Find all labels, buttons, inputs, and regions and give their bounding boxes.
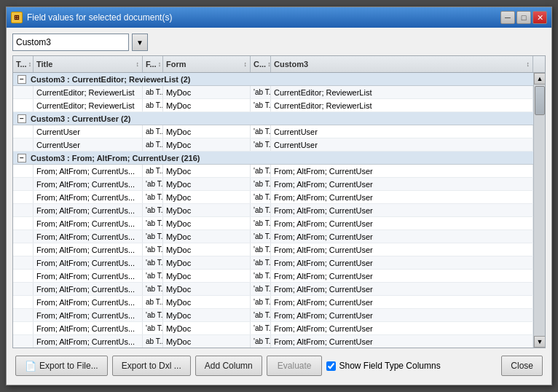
table-row[interactable]: From; AltFrom; CurrentUs... 'ab T... MyD… [13,283,533,296]
titlebar: ⊞ Field values for selected document(s) … [7,7,551,28]
maximize-button[interactable]: □ [516,11,531,24]
sort-icon-t[interactable]: ↕ [28,60,32,68]
dropdown-arrow-button[interactable]: ▼ [132,34,148,51]
table-row[interactable]: CurrentEditor; ReviewerList ab T... MyDo… [13,86,533,99]
field-dropdown[interactable]: Custom3 [12,34,129,51]
titlebar-buttons: ─ □ ✕ [500,11,547,24]
cell-title: From; AltFrom; CurrentUs... [34,204,143,216]
cell-c: 'ab T... [251,138,271,151]
cell-c: 'ab T... [251,191,271,203]
export-to-file-button[interactable]: 📄 Export to File... [15,356,108,376]
cell-c: 'ab T... [251,283,271,295]
evaluate-button[interactable]: Evaluate [267,356,323,376]
table-scroll-wrapper: − Custom3 : CurrentEditor; ReviewerList … [13,73,545,348]
export-file-icon: 📄 [25,361,36,372]
cell-f: ab T... [143,335,163,348]
cell-form: MyDoc [163,191,251,203]
sort-icon-form[interactable]: ↕ [244,60,248,68]
cell-c: 'ab T... [251,125,271,138]
table-row[interactable]: CurrentEditor; ReviewerList ab T... MyDo… [13,99,533,112]
window-title: Field values for selected document(s) [27,12,172,23]
cell-t [13,256,34,269]
sort-icon-c[interactable]: ↕ [267,60,271,68]
cell-t [13,138,34,151]
cell-custom3: CurrentEditor; ReviewerList [271,86,533,98]
vertical-scrollbar[interactable]: ▲ ▼ [533,73,545,348]
group-header-3: − Custom3 : From; AltFrom; CurrentUser (… [13,152,533,165]
table-row[interactable]: From; AltFrom; CurrentUs... 'ab T... MyD… [13,178,533,191]
cell-custom3: CurrentUser [271,125,533,138]
cell-f: 'ab T... [143,270,163,282]
sort-icon-title[interactable]: ↕ [136,60,140,68]
cell-f: 'ab T... [143,230,163,243]
table-row[interactable]: CurrentUser ab T... MyDoc 'ab T... Curre… [13,125,533,138]
table-row[interactable]: From; AltFrom; CurrentUs... 'ab T... MyD… [13,230,533,243]
cell-custom3: From; AltFrom; CurrentUser [271,283,533,295]
table-row[interactable]: From; AltFrom; CurrentUs... 'ab T... MyD… [13,204,533,217]
cell-custom3: From; AltFrom; CurrentUser [271,270,533,282]
cell-form: MyDoc [163,138,251,151]
show-field-type-checkbox[interactable] [326,361,336,371]
cell-c: 'ab T... [251,322,271,334]
sort-icon-custom3[interactable]: ↕ [527,60,530,68]
table-row[interactable]: From; AltFrom; CurrentUs... 'ab T... MyD… [13,309,533,322]
cell-f: ab T... [143,99,163,111]
cell-c: 'ab T... [251,217,271,230]
group-expand-2[interactable]: − [17,114,26,123]
scroll-thumb[interactable] [535,86,545,115]
scroll-track[interactable] [534,85,545,336]
cell-form: MyDoc [163,86,251,98]
cell-c: 'ab T... [251,178,271,190]
cell-custom3: CurrentEditor; ReviewerList [271,99,533,111]
cell-f: 'ab T... [143,191,163,203]
cell-t [13,243,34,256]
minimize-button[interactable]: ─ [500,11,515,24]
table-row[interactable]: From; AltFrom; CurrentUs... ab T... MyDo… [13,335,533,348]
cell-c: 'ab T... [251,256,271,269]
cell-form: MyDoc [163,243,251,256]
table-row[interactable]: From; AltFrom; CurrentUs... 'ab T... MyD… [13,243,533,256]
group-expand-3[interactable]: − [17,154,26,162]
col-header-c: C... ↕ [251,56,271,72]
field-values-table: T... ↕ Title ↕ F... ↕ Form ↕ C... ↕ [12,55,546,348]
cell-c: 'ab T... [251,243,271,256]
col-header-form: Form ↕ [163,56,251,72]
cell-c: 'ab T... [251,296,271,308]
sort-icon-f[interactable]: ↕ [158,60,162,68]
scroll-down-button[interactable]: ▼ [534,336,545,348]
table-row[interactable]: From; AltFrom; CurrentUs... 'ab T... MyD… [13,270,533,283]
cell-t [13,309,34,321]
group-expand-1[interactable]: − [17,75,26,84]
cell-form: MyDoc [163,230,251,243]
col-header-custom3: Custom3 ↕ [271,56,533,72]
cell-form: MyDoc [163,309,251,321]
table-row[interactable]: From; AltFrom; CurrentUs... 'ab T... MyD… [13,217,533,230]
close-button[interactable]: Close [501,356,543,376]
add-column-button[interactable]: Add Column [195,356,262,376]
col-header-f: F... ↕ [143,56,163,72]
table-row[interactable]: From; AltFrom; CurrentUs... 'ab T... MyD… [13,322,533,335]
cell-form: MyDoc [163,217,251,230]
table-row[interactable]: CurrentUser ab T... MyDoc 'ab T... Curre… [13,138,533,152]
cell-title: From; AltFrom; CurrentUs... [34,296,143,308]
cell-custom3: From; AltFrom; CurrentUser [271,230,533,243]
table-row[interactable]: From; AltFrom; CurrentUs... ab T... MyDo… [13,165,533,178]
cell-custom3: From; AltFrom; CurrentUser [271,178,533,190]
table-row[interactable]: From; AltFrom; CurrentUs... 'ab T... MyD… [13,256,533,270]
show-field-type-label: Show Field Type Columns [339,361,440,371]
cell-title: From; AltFrom; CurrentUs... [34,322,143,334]
cell-f: ab T... [143,86,163,98]
close-window-button[interactable]: ✕ [533,11,547,24]
export-to-dxl-button[interactable]: Export to Dxl ... [112,356,191,376]
group3-rows-container: From; AltFrom; CurrentUs... ab T... MyDo… [13,165,533,348]
cell-f: 'ab T... [143,309,163,321]
cell-t [13,230,34,243]
cell-t [13,283,34,295]
cell-t [13,165,34,177]
table-row[interactable]: From; AltFrom; CurrentUs... ab T... MyDo… [13,296,533,309]
table-row[interactable]: From; AltFrom; CurrentUs... 'ab T... MyD… [13,191,533,204]
cell-custom3: From; AltFrom; CurrentUser [271,322,533,334]
cell-t [13,86,34,98]
cell-title: CurrentEditor; ReviewerList [34,99,143,111]
scroll-up-button[interactable]: ▲ [534,73,545,85]
